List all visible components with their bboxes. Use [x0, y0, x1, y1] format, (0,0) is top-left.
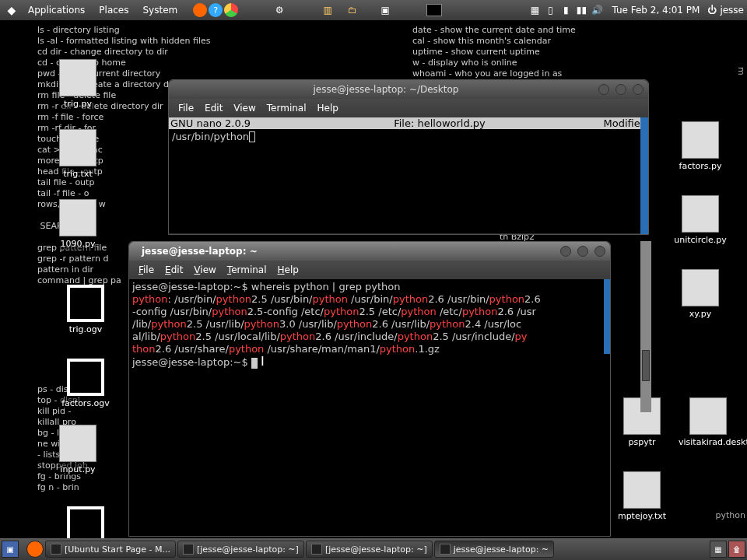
tray-icon-2[interactable]: ▯ [543, 3, 557, 17]
outer-scrollbar[interactable] [640, 241, 651, 412]
firefox-taskbar-icon[interactable] [26, 541, 44, 558]
nano-editor-body[interactable]: /usr/bin/python [169, 129, 648, 233]
terminal-window: jesse@jesse-laptop: ~ File Edit View Ter… [128, 241, 611, 537]
file-menu[interactable]: File [134, 263, 159, 277]
trash-icon[interactable]: 🗑 [728, 541, 745, 558]
desktop-icon-trig-ogv[interactable]: trig.ogv [54, 285, 117, 335]
desktop-icon-trig-py[interactable]: trig.py [47, 59, 109, 110]
desktop-icon-xy-py[interactable]: xy.py [669, 269, 731, 320]
notes-icon[interactable]: ▥ [321, 3, 335, 17]
terminal-menu[interactable]: Terminal [223, 263, 272, 277]
file-icon [682, 269, 719, 306]
archive-icon[interactable]: 🗀 [345, 3, 359, 17]
terminal-body[interactable]: jesse@jesse-laptop:~$ whereis python | g… [129, 279, 610, 536]
system-menu[interactable]: System [136, 3, 184, 17]
file-icon [623, 471, 661, 509]
desktop-icon-trig-txt[interactable]: trig.txt [47, 129, 109, 180]
task-term1[interactable]: [jesse@jesse-laptop: ~] [177, 541, 304, 558]
workspace-switcher[interactable]: ▦ [710, 541, 727, 558]
terminal-menu[interactable]: Terminal [262, 101, 311, 115]
file-icon [682, 121, 719, 159]
task-term2[interactable]: [jesse@jesse-laptop: ~] [306, 541, 433, 558]
minimize-button[interactable] [598, 84, 609, 95]
icon-label: factors.py [678, 160, 724, 172]
view-menu[interactable]: View [189, 263, 220, 277]
outer-scrollbar-thumb[interactable] [642, 350, 650, 381]
task-label: jesse@jesse-laptop: ~ [454, 544, 549, 555]
terminal-scrollbar-thumb[interactable] [604, 279, 610, 354]
file-icon [59, 129, 96, 166]
network-icon[interactable]: ▮ [559, 3, 573, 17]
nano-titlebar[interactable]: jesse@jesse-laptop: ~/Desktop [169, 80, 648, 99]
task-label: [jesse@jesse-laptop: ~] [197, 544, 299, 555]
nano-filename: File: helloworld.py [310, 117, 569, 129]
maximize-button[interactable] [615, 84, 626, 95]
help-menu[interactable]: Help [313, 101, 343, 115]
icon-label: trig.ogv [68, 324, 104, 335]
icon-label: trig.py [62, 98, 93, 110]
task-start[interactable]: [Ubuntu Start Page - M... [45, 541, 176, 558]
nano-window-title: jesse@jesse-laptop: ~/Desktop [174, 84, 598, 95]
terminal-output: python: /usr/bin/python2.5 /usr/bin/pyth… [132, 293, 607, 355]
desktop-icon-mptejoy-txt[interactable]: mptejoy.txt [611, 471, 673, 522]
edit-menu[interactable]: Edit [160, 263, 188, 277]
help-icon[interactable]: ? [209, 3, 223, 17]
nano-version: GNU nano 2.0.9 [170, 117, 310, 129]
nano-content: /usr/bin/python [172, 131, 249, 142]
tray-icon-1[interactable]: ▦ [528, 3, 542, 17]
side-label-python: python [716, 510, 745, 520]
desktop-icon-unitcircle-py[interactable]: unitcircle.py [669, 195, 731, 246]
minimize-button[interactable] [560, 246, 571, 257]
task-label: [Ubuntu Start Page - M... [65, 544, 170, 555]
volume-icon[interactable]: 🔊 [590, 3, 604, 17]
edit-menu[interactable]: Edit [200, 101, 227, 115]
close-button[interactable] [633, 84, 644, 95]
task-term3[interactable]: jesse@jesse-laptop: ~ [434, 541, 554, 558]
user-menu[interactable]: ⏻jesse [707, 5, 744, 16]
icon-label: mptejoy.txt [616, 510, 668, 522]
view-menu[interactable]: View [229, 101, 260, 115]
icon-label: 1090.py [59, 238, 97, 250]
icon-label: unitcircle.py [672, 234, 728, 246]
terminal-titlebar[interactable]: jesse@jesse-laptop: ~ [129, 242, 610, 261]
command: whereis python | grep python [251, 281, 401, 292]
nano-scrollbar[interactable] [640, 117, 648, 234]
gnome-menu-icon[interactable]: ◆ [5, 3, 19, 17]
monitor-icon[interactable]: ▣ [378, 3, 392, 17]
nano-status-bar: GNU nano 2.0.9 File: helloworld.py Modif… [169, 117, 648, 129]
nano-cursor [249, 131, 255, 142]
desktop-icon-factors-ogv[interactable]: factors.ogv [54, 359, 117, 409]
task-label: [jesse@jesse-laptop: ~] [325, 544, 427, 555]
applications-menu[interactable]: Applications [22, 3, 91, 17]
help-menu[interactable]: Help [273, 263, 303, 277]
file-icon [689, 397, 727, 435]
signal-icon[interactable]: ▮▮ [574, 3, 588, 17]
terminal-menubar: File Edit View Terminal Help [129, 261, 610, 279]
firefox-icon[interactable] [193, 3, 207, 17]
side-label-m: m [736, 67, 746, 75]
settings-icon[interactable]: ⚙ [272, 3, 286, 17]
desktop-icon-visitakirad[interactable]: visitakirad.desktop [677, 397, 739, 448]
nano-window: jesse@jesse-laptop: ~/Desktop File Edit … [168, 79, 649, 235]
places-menu[interactable]: Places [93, 3, 135, 17]
icon-label: input.py [58, 464, 96, 475]
file-icon [59, 199, 96, 236]
terminal-window-title: jesse@jesse-laptop: ~ [134, 246, 560, 257]
nano-modified: Modified [569, 117, 647, 129]
terminal-cursor [251, 358, 258, 369]
clock[interactable]: Tue Feb 2, 4:01 PM [612, 5, 700, 16]
icon-label: xy.py [688, 308, 713, 320]
nano-menubar: File Edit View Terminal Help [169, 99, 648, 117]
maximize-button[interactable] [577, 246, 588, 257]
desktop-icon-input-py[interactable]: input.py [47, 425, 109, 475]
icon-label: pspytr [626, 436, 657, 448]
icon-label: factors.ogv [60, 397, 111, 409]
chrome-icon[interactable] [224, 3, 238, 17]
desktop-icon-factors-py[interactable]: factors.py [669, 121, 731, 172]
show-desktop-button[interactable]: ▣ [2, 541, 19, 558]
desktop-icon-1090-py[interactable]: 1090.py [47, 199, 109, 250]
file-menu[interactable]: File [174, 101, 198, 115]
terminal-launcher-icon[interactable] [426, 4, 442, 16]
close-button[interactable] [594, 246, 605, 257]
task-icon [311, 544, 322, 555]
